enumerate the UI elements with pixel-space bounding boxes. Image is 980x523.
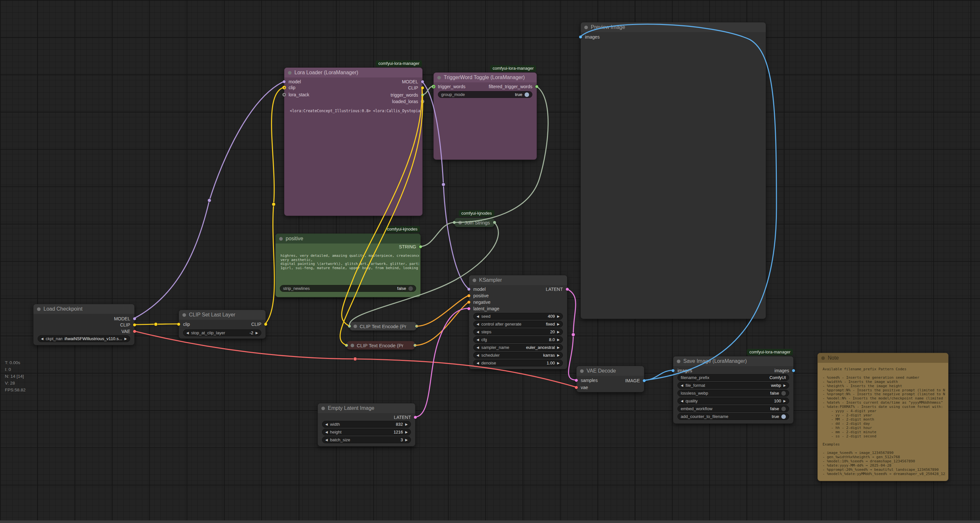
port-dot[interactable] [421,86,424,90]
node-header[interactable]: Empty Latent Image [318,403,415,413]
port-dot[interactable] [432,85,435,89]
node-triggerword-toggle[interactable]: TriggerWord Toggle (LoraManager) trigger… [433,72,537,160]
arrow-right-icon[interactable]: ▶ [557,314,560,318]
widget-lossless-webp[interactable]: lossless_webp false [678,390,789,396]
node-save-image[interactable]: Save Image (LoraManager) images images f… [673,356,794,424]
port-dot[interactable] [792,369,795,372]
port-dot[interactable] [133,323,136,327]
port-dot[interactable] [467,307,471,311]
node-graph-canvas[interactable]: T: 0.00s I: 0 N: 14 [14] V: 28 FPS:58.82… [0,0,980,523]
widget-embed-workflow[interactable]: embed_workflow false [678,405,789,412]
node-header[interactable]: Note [818,353,948,363]
widget-scheduler[interactable]: ◀ scheduler karras ▶ [473,352,563,358]
port-dot[interactable] [177,323,180,326]
collapse-dot-icon[interactable] [458,221,462,224]
port-dot[interactable] [467,301,471,304]
arrow-right-icon[interactable]: ▶ [557,330,560,334]
collapse-dot-icon[interactable] [279,237,283,241]
port-dot[interactable] [415,325,418,328]
widget-seed[interactable]: ◀ seed 409 ▶ [473,313,563,320]
node-load-checkpoint[interactable]: Load Checkpoint MODEL CLIP VAE ◀ ckpt_na… [33,304,135,345]
port-dot[interactable] [282,80,286,84]
collapse-dot-icon[interactable] [321,407,325,410]
widget-ckpt-name[interactable]: ◀ ckpt_name il\waiNSFWIllustrious_v110.s… [38,335,130,342]
toggle-off-icon[interactable] [781,407,786,411]
arrow-left-icon[interactable]: ◀ [477,330,479,334]
node-header[interactable]: Preview Image [581,22,766,32]
widget-height[interactable]: ◀ height 1216 ▶ [322,429,411,436]
widget-width[interactable]: ◀ width 832 ▶ [322,421,411,428]
port-dot[interactable] [493,221,496,224]
widget-control-after-generate[interactable]: ◀ control after generate fixed ▶ [473,321,563,328]
arrow-right-icon[interactable]: ▶ [124,337,127,341]
arrow-left-icon[interactable]: ◀ [477,353,479,357]
port-dot[interactable] [535,85,539,89]
port-dot[interactable] [643,379,646,383]
widget-denoise[interactable]: ◀ denoise 1.00 ▶ [473,360,563,366]
collapse-dot-icon[interactable] [821,357,825,360]
node-header[interactable]: CLIP Set Last Layer [179,310,266,320]
node-header[interactable]: TriggerWord Toggle (LoraManager) [434,73,536,82]
node-header[interactable]: Load Checkpoint [33,304,134,314]
port-dot[interactable] [467,294,471,298]
collapse-dot-icon[interactable] [677,360,680,363]
node-lora-loader[interactable]: Lora Loader (LoraManager) model clip lor… [284,67,423,216]
collapse-dot-icon[interactable] [437,76,441,79]
toggle-off-icon[interactable] [781,391,786,396]
collapse-dot-icon[interactable] [183,313,186,317]
node-clip-set-last-layer[interactable]: CLIP Set Last Layer clip CLIP ◀ stop_at_… [178,310,266,339]
port-dot[interactable] [565,288,569,291]
arrow-right-icon[interactable]: ▶ [783,384,786,387]
note-text[interactable]: Available filename_prefix Pattern Codes … [822,368,946,478]
collapse-dot-icon[interactable] [584,25,588,29]
widget-group-mode[interactable]: group_mode true [438,91,532,98]
port-dot[interactable] [671,369,675,372]
node-header[interactable]: KSampler [469,275,567,285]
node-vae-decode[interactable]: VAE Decode samples vae IMAGE [576,366,644,392]
widget-file-format[interactable]: ◀ file_format webp ▶ [678,382,789,389]
arrow-left-icon[interactable]: ◀ [477,361,479,365]
widget-quality[interactable]: ◀ quality 100 ▶ [678,398,789,404]
node-note[interactable]: Note Available filename_prefix Pattern C… [818,353,948,481]
toggle-on-icon[interactable] [781,414,786,419]
port-dot[interactable] [282,93,286,97]
arrow-left-icon[interactable]: ◀ [681,384,683,387]
arrow-right-icon[interactable]: ▶ [557,345,560,349]
node-ksampler[interactable]: KSampler model positive negative latent_… [469,275,568,369]
widget-filename-prefix[interactable]: filename_prefix ComfyUI [678,374,789,381]
arrow-left-icon[interactable]: ◀ [325,423,328,426]
arrow-right-icon[interactable]: ▶ [405,438,408,442]
port-dot[interactable] [419,245,422,249]
arrow-left-icon[interactable]: ◀ [477,322,479,326]
node-header[interactable]: VAE Decode [576,366,644,376]
port-dot[interactable] [574,386,578,390]
arrow-right-icon[interactable]: ▶ [256,331,258,334]
arrow-left-icon[interactable]: ◀ [41,337,43,341]
port-dot[interactable] [345,344,348,347]
arrow-right-icon[interactable]: ▶ [783,399,786,403]
port-dot[interactable] [421,100,424,103]
arrow-left-icon[interactable]: ◀ [477,314,479,318]
node-preview-image[interactable]: Preview Image images [581,22,766,319]
collapse-dot-icon[interactable] [473,279,476,282]
arrow-left-icon[interactable]: ◀ [325,438,328,442]
arrow-right-icon[interactable]: ▶ [405,423,408,426]
arrow-left-icon[interactable]: ◀ [325,430,328,434]
port-dot[interactable] [574,379,578,382]
node-header[interactable]: Save Image (LoraManager) [673,357,793,366]
node-clip-text-encode-positive[interactable]: CLIP Text Encode (Pr [350,322,417,330]
collapse-dot-icon[interactable] [351,344,354,347]
node-header[interactable]: Lora Loader (LoraManager) [284,68,422,78]
collapse-dot-icon[interactable] [37,307,41,311]
arrow-right-icon[interactable]: ▶ [557,338,560,341]
port-dot[interactable] [579,35,582,39]
port-dot[interactable] [413,344,417,347]
toggle-off-icon[interactable] [408,286,413,291]
port-dot[interactable] [264,323,267,326]
node-header[interactable]: positive [275,234,420,244]
collapse-dot-icon[interactable] [580,369,584,373]
collapse-dot-icon[interactable] [353,325,357,328]
arrow-left-icon[interactable]: ◀ [477,338,479,341]
arrow-right-icon[interactable]: ▶ [405,430,408,434]
widget-add-counter-to-filename[interactable]: add_counter_to_filename true [678,413,789,420]
